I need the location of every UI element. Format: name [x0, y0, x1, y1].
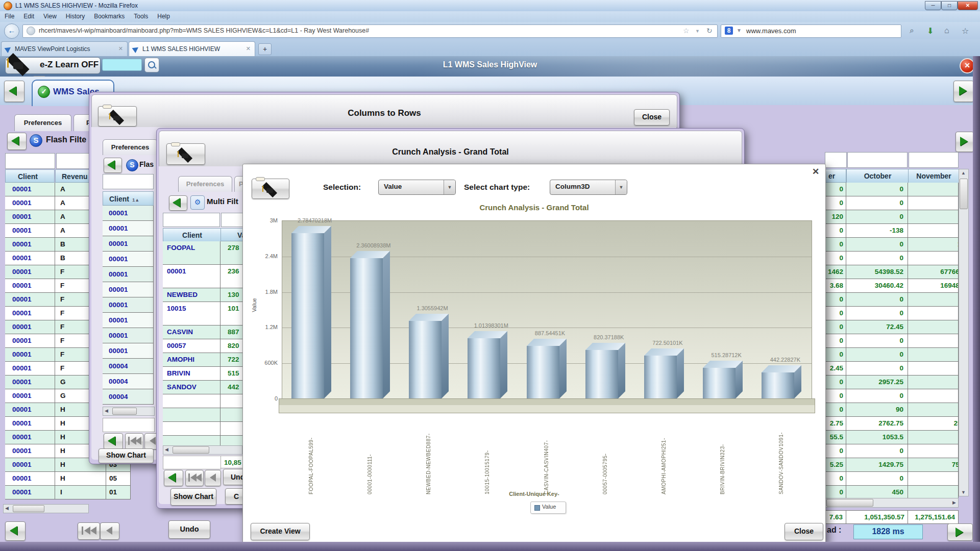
column-header-november[interactable]: November: [908, 169, 960, 184]
right-row-partial[interactable]: 0: [825, 252, 846, 265]
table-row-client[interactable]: 00001: [5, 417, 55, 431]
menu-history[interactable]: History: [66, 11, 85, 22]
right-row-partial[interactable]: 0: [825, 196, 846, 210]
right-row-november[interactable]: [908, 210, 959, 224]
table-row-client[interactable]: 00001: [5, 210, 55, 224]
right-row-partial[interactable]: 120: [825, 210, 846, 224]
table-row-client[interactable]: 00001: [5, 320, 55, 334]
right-row-november[interactable]: 75.2: [908, 458, 959, 472]
dialog-client-row[interactable]: 00004: [103, 359, 154, 374]
column-header-partial[interactable]: er: [825, 169, 846, 183]
scroll-up-icon[interactable]: ▲: [961, 170, 966, 176]
dialog-nav-first-button[interactable]: [185, 470, 204, 486]
reload-icon[interactable]: ↻: [706, 27, 713, 35]
create-view-button[interactable]: Create View: [251, 523, 310, 540]
right-pane-next-button[interactable]: [955, 132, 974, 152]
right-row-partial[interactable]: 0: [825, 224, 846, 238]
dialog-client-row[interactable]: 00001: [103, 343, 154, 359]
right-row-partial[interactable]: 5.25: [825, 458, 846, 472]
right-row-november[interactable]: [908, 486, 959, 499]
right-row-partial[interactable]: 3.68: [825, 279, 846, 293]
star-toolbar-icon[interactable]: ☆: [962, 26, 969, 36]
dialog-hscrollbar[interactable]: ◀: [163, 445, 242, 455]
right-row-partial[interactable]: 0: [825, 293, 846, 307]
right-row-october[interactable]: 0: [846, 238, 908, 252]
main-nav-first-button[interactable]: [78, 522, 100, 540]
chart-legend[interactable]: Value: [530, 502, 566, 514]
table-row-client[interactable]: 00001: [5, 403, 55, 417]
right-row-october[interactable]: 2762.75: [846, 417, 908, 431]
table-row-client[interactable]: 00001: [5, 472, 55, 486]
dialog-show-chart-button[interactable]: Show Chart: [170, 488, 216, 506]
scroll-thumb[interactable]: [826, 499, 873, 507]
dialog-tab-preferences[interactable]: Preferences: [103, 139, 158, 155]
right-row-partial[interactable]: 2.75: [825, 417, 846, 431]
dialog-filter-input[interactable]: [103, 174, 154, 189]
table-row-client[interactable]: 00001: [5, 238, 55, 252]
crunch-row-client[interactable]: 00001: [163, 265, 220, 288]
back-button[interactable]: ←: [4, 23, 19, 39]
main-nav-prev-button[interactable]: [100, 522, 119, 540]
right-row-october[interactable]: 0: [846, 389, 908, 403]
dialog-nav-back-button[interactable]: [104, 433, 123, 449]
table-row-client[interactable]: 00001: [5, 279, 55, 293]
right-row-november[interactable]: [908, 224, 959, 238]
right-row-partial[interactable]: 0: [825, 472, 846, 486]
table-row-client[interactable]: 00001: [5, 348, 55, 362]
tab-preferences[interactable]: Preferences: [14, 114, 71, 131]
right-row-november[interactable]: [908, 389, 959, 403]
right-row-october[interactable]: 0: [846, 183, 908, 196]
right-row-october[interactable]: 0: [846, 334, 908, 348]
dialog-client-row[interactable]: 00001: [103, 313, 154, 328]
right-row-november[interactable]: [908, 196, 959, 210]
crunch-row-client[interactable]: 00057: [163, 339, 220, 353]
window-titlebar[interactable]: L1 WMS SALES HIGHVIEW - Mozilla Firefox …: [0, 0, 980, 11]
bar[interactable]: [703, 368, 736, 398]
right-row-november[interactable]: [908, 183, 959, 196]
table-row-client[interactable]: 00001: [5, 389, 55, 403]
menu-help[interactable]: Help: [157, 11, 170, 22]
dialog-back-button[interactable]: [169, 195, 187, 211]
search-input[interactable]: www.maves.com: [746, 27, 796, 35]
search-icon[interactable]: ⌕: [910, 26, 914, 35]
dialog-nav-prev-button[interactable]: [205, 470, 221, 486]
right-row-october[interactable]: 0: [846, 293, 908, 307]
dialog-tab-preferences[interactable]: Preferences: [178, 176, 232, 192]
maximize-button[interactable]: □: [941, 1, 958, 10]
right-row-partial[interactable]: 0: [825, 444, 846, 458]
dialog-client-row[interactable]: 00001: [103, 221, 154, 236]
client-filter-input[interactable]: [5, 153, 55, 169]
new-tab-button[interactable]: +: [258, 43, 272, 55]
scroll-thumb[interactable]: [173, 446, 209, 454]
right-row-october[interactable]: 1429.75: [846, 458, 908, 472]
right-row-october[interactable]: 54398.52: [846, 265, 908, 279]
right-row-november[interactable]: 16948.3: [908, 279, 959, 293]
menu-tools[interactable]: Tools: [134, 11, 148, 22]
menu-file[interactable]: File: [5, 11, 14, 22]
right-row-partial[interactable]: 0: [825, 486, 846, 499]
table-row-client[interactable]: 00001: [5, 375, 55, 389]
url-text[interactable]: rhcert/maves/vl-wip/mainboard/mainboard.…: [39, 27, 369, 34]
dialog-client-row[interactable]: 00001: [103, 206, 154, 221]
right-row-october[interactable]: 2957.25: [846, 375, 908, 389]
right-row-partial[interactable]: 0: [825, 348, 846, 362]
scroll-left-icon[interactable]: ◀: [105, 408, 108, 413]
right-row-november[interactable]: [908, 334, 959, 348]
flash-filter-back-button[interactable]: [7, 133, 27, 150]
scroll-thumb[interactable]: [112, 408, 137, 415]
right-row-november[interactable]: [908, 403, 959, 417]
october-filter-input[interactable]: [847, 152, 908, 168]
right-row-partial[interactable]: 0: [825, 320, 846, 334]
right-row-october[interactable]: 0: [846, 362, 908, 375]
right-row-october[interactable]: 0: [846, 252, 908, 265]
dialog-column-header-client[interactable]: Client: [163, 228, 222, 242]
right-filter-input[interactable]: [825, 152, 847, 168]
crunch-row-client[interactable]: AMOPHI: [163, 353, 220, 367]
table-row-client[interactable]: 00001: [5, 183, 55, 196]
scroll-left-icon[interactable]: ◀: [165, 447, 168, 452]
table-row-client[interactable]: 00001: [5, 224, 55, 238]
right-table-vscrollbar[interactable]: ▲ ▼: [959, 169, 969, 496]
right-row-october[interactable]: 72.45: [846, 320, 908, 334]
right-row-partial[interactable]: 0: [825, 389, 846, 403]
table-row-client[interactable]: 00001: [5, 307, 55, 320]
